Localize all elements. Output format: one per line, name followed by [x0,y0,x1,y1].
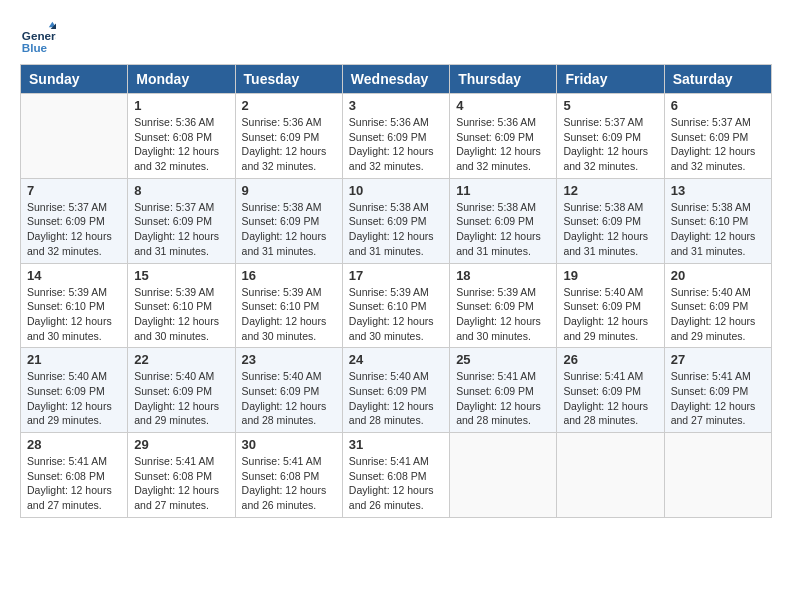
calendar-cell: 4Sunrise: 5:36 AMSunset: 6:09 PMDaylight… [450,94,557,179]
day-info: Sunrise: 5:39 AMSunset: 6:10 PMDaylight:… [27,286,112,342]
calendar-body: 1Sunrise: 5:36 AMSunset: 6:08 PMDaylight… [21,94,772,518]
day-info: Sunrise: 5:36 AMSunset: 6:09 PMDaylight:… [456,116,541,172]
day-info: Sunrise: 5:38 AMSunset: 6:09 PMDaylight:… [349,201,434,257]
day-number: 22 [134,352,228,367]
logo-icon: General Blue [20,20,56,56]
calendar-cell: 5Sunrise: 5:37 AMSunset: 6:09 PMDaylight… [557,94,664,179]
calendar-table: SundayMondayTuesdayWednesdayThursdayFrid… [20,64,772,518]
day-info: Sunrise: 5:40 AMSunset: 6:09 PMDaylight:… [563,286,648,342]
day-info: Sunrise: 5:39 AMSunset: 6:09 PMDaylight:… [456,286,541,342]
day-info: Sunrise: 5:41 AMSunset: 6:08 PMDaylight:… [134,455,219,511]
weekday-header-tuesday: Tuesday [235,65,342,94]
day-number: 14 [27,268,121,283]
calendar-cell: 7Sunrise: 5:37 AMSunset: 6:09 PMDaylight… [21,178,128,263]
calendar-cell: 15Sunrise: 5:39 AMSunset: 6:10 PMDayligh… [128,263,235,348]
day-number: 5 [563,98,657,113]
day-number: 25 [456,352,550,367]
day-info: Sunrise: 5:40 AMSunset: 6:09 PMDaylight:… [671,286,756,342]
calendar-header-row: SundayMondayTuesdayWednesdayThursdayFrid… [21,65,772,94]
calendar-cell: 11Sunrise: 5:38 AMSunset: 6:09 PMDayligh… [450,178,557,263]
day-info: Sunrise: 5:37 AMSunset: 6:09 PMDaylight:… [134,201,219,257]
calendar-cell: 9Sunrise: 5:38 AMSunset: 6:09 PMDaylight… [235,178,342,263]
calendar-cell: 22Sunrise: 5:40 AMSunset: 6:09 PMDayligh… [128,348,235,433]
calendar-cell: 17Sunrise: 5:39 AMSunset: 6:10 PMDayligh… [342,263,449,348]
day-info: Sunrise: 5:40 AMSunset: 6:09 PMDaylight:… [242,370,327,426]
day-number: 24 [349,352,443,367]
calendar-cell: 28Sunrise: 5:41 AMSunset: 6:08 PMDayligh… [21,433,128,518]
day-number: 1 [134,98,228,113]
day-info: Sunrise: 5:38 AMSunset: 6:09 PMDaylight:… [456,201,541,257]
day-number: 11 [456,183,550,198]
calendar-week-5: 28Sunrise: 5:41 AMSunset: 6:08 PMDayligh… [21,433,772,518]
day-number: 23 [242,352,336,367]
day-number: 28 [27,437,121,452]
day-number: 17 [349,268,443,283]
day-number: 30 [242,437,336,452]
day-info: Sunrise: 5:38 AMSunset: 6:09 PMDaylight:… [242,201,327,257]
day-number: 2 [242,98,336,113]
calendar-cell: 24Sunrise: 5:40 AMSunset: 6:09 PMDayligh… [342,348,449,433]
calendar-week-1: 1Sunrise: 5:36 AMSunset: 6:08 PMDaylight… [21,94,772,179]
day-number: 7 [27,183,121,198]
calendar-cell: 21Sunrise: 5:40 AMSunset: 6:09 PMDayligh… [21,348,128,433]
calendar-cell: 29Sunrise: 5:41 AMSunset: 6:08 PMDayligh… [128,433,235,518]
day-number: 3 [349,98,443,113]
weekday-header-monday: Monday [128,65,235,94]
calendar-cell: 19Sunrise: 5:40 AMSunset: 6:09 PMDayligh… [557,263,664,348]
calendar-cell: 25Sunrise: 5:41 AMSunset: 6:09 PMDayligh… [450,348,557,433]
day-info: Sunrise: 5:36 AMSunset: 6:09 PMDaylight:… [242,116,327,172]
day-number: 31 [349,437,443,452]
weekday-header-friday: Friday [557,65,664,94]
day-info: Sunrise: 5:37 AMSunset: 6:09 PMDaylight:… [563,116,648,172]
day-number: 6 [671,98,765,113]
day-info: Sunrise: 5:41 AMSunset: 6:08 PMDaylight:… [242,455,327,511]
calendar-cell [21,94,128,179]
calendar-cell [664,433,771,518]
day-info: Sunrise: 5:40 AMSunset: 6:09 PMDaylight:… [349,370,434,426]
day-info: Sunrise: 5:36 AMSunset: 6:08 PMDaylight:… [134,116,219,172]
day-info: Sunrise: 5:40 AMSunset: 6:09 PMDaylight:… [27,370,112,426]
calendar-cell: 27Sunrise: 5:41 AMSunset: 6:09 PMDayligh… [664,348,771,433]
day-info: Sunrise: 5:39 AMSunset: 6:10 PMDaylight:… [134,286,219,342]
day-info: Sunrise: 5:37 AMSunset: 6:09 PMDaylight:… [671,116,756,172]
day-number: 12 [563,183,657,198]
calendar-cell: 3Sunrise: 5:36 AMSunset: 6:09 PMDaylight… [342,94,449,179]
day-info: Sunrise: 5:39 AMSunset: 6:10 PMDaylight:… [349,286,434,342]
calendar-cell: 20Sunrise: 5:40 AMSunset: 6:09 PMDayligh… [664,263,771,348]
day-info: Sunrise: 5:41 AMSunset: 6:09 PMDaylight:… [563,370,648,426]
day-number: 18 [456,268,550,283]
calendar-cell: 16Sunrise: 5:39 AMSunset: 6:10 PMDayligh… [235,263,342,348]
day-number: 13 [671,183,765,198]
day-number: 16 [242,268,336,283]
calendar-cell: 12Sunrise: 5:38 AMSunset: 6:09 PMDayligh… [557,178,664,263]
calendar-cell: 14Sunrise: 5:39 AMSunset: 6:10 PMDayligh… [21,263,128,348]
day-number: 9 [242,183,336,198]
calendar-cell: 18Sunrise: 5:39 AMSunset: 6:09 PMDayligh… [450,263,557,348]
day-number: 19 [563,268,657,283]
day-number: 4 [456,98,550,113]
day-number: 10 [349,183,443,198]
calendar-cell: 6Sunrise: 5:37 AMSunset: 6:09 PMDaylight… [664,94,771,179]
calendar-cell [450,433,557,518]
day-number: 21 [27,352,121,367]
day-number: 20 [671,268,765,283]
day-number: 27 [671,352,765,367]
logo: General Blue [20,20,60,56]
weekday-header-thursday: Thursday [450,65,557,94]
weekday-header-sunday: Sunday [21,65,128,94]
day-number: 8 [134,183,228,198]
day-number: 26 [563,352,657,367]
calendar-cell: 26Sunrise: 5:41 AMSunset: 6:09 PMDayligh… [557,348,664,433]
day-info: Sunrise: 5:36 AMSunset: 6:09 PMDaylight:… [349,116,434,172]
calendar-cell: 8Sunrise: 5:37 AMSunset: 6:09 PMDaylight… [128,178,235,263]
calendar-cell: 13Sunrise: 5:38 AMSunset: 6:10 PMDayligh… [664,178,771,263]
day-info: Sunrise: 5:37 AMSunset: 6:09 PMDaylight:… [27,201,112,257]
day-info: Sunrise: 5:41 AMSunset: 6:09 PMDaylight:… [456,370,541,426]
day-info: Sunrise: 5:41 AMSunset: 6:09 PMDaylight:… [671,370,756,426]
day-number: 15 [134,268,228,283]
calendar-week-3: 14Sunrise: 5:39 AMSunset: 6:10 PMDayligh… [21,263,772,348]
svg-text:Blue: Blue [22,41,48,54]
weekday-header-saturday: Saturday [664,65,771,94]
calendar-week-2: 7Sunrise: 5:37 AMSunset: 6:09 PMDaylight… [21,178,772,263]
day-info: Sunrise: 5:41 AMSunset: 6:08 PMDaylight:… [27,455,112,511]
